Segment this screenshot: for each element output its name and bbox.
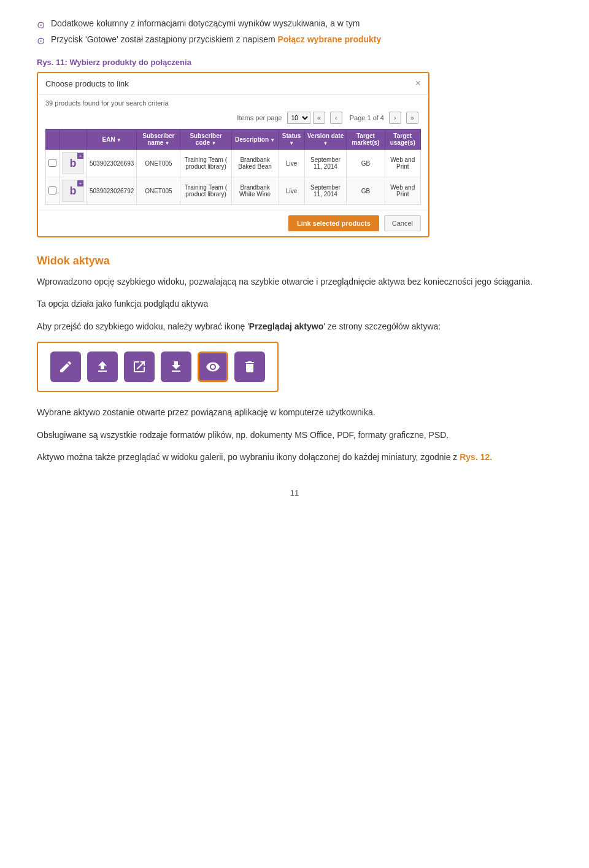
col-header-target-market: Target market(s) <box>347 129 385 150</box>
delete-icon-button[interactable] <box>234 351 265 382</box>
row-version-date: September 11, 2014 <box>304 177 347 205</box>
modal-dialog: Choose products to link × 39 products fo… <box>37 72 429 237</box>
section-para4: Wybrane aktywo zostanie otwarte przez po… <box>37 405 552 419</box>
link-selected-products-button[interactable]: Link selected products <box>288 215 379 231</box>
cancel-button[interactable]: Cancel <box>384 215 421 231</box>
section-para3: Aby przejść do szybkiego widoku, należy … <box>37 320 552 333</box>
bullet-text-2: Przycisk 'Gotowe' został zastąpiony przy… <box>51 34 381 44</box>
col-header-version-date[interactable]: Version date <box>304 129 347 150</box>
col-header-subscriber-name[interactable]: Subscriber name <box>137 129 180 150</box>
row-description: Brandbank White Wine <box>231 177 279 205</box>
figure-ref: Rys. 12. <box>460 452 492 462</box>
modal-close-button[interactable]: × <box>415 78 421 89</box>
col-header-status[interactable]: Status <box>279 129 304 150</box>
row-status: Live <box>279 150 304 177</box>
col-header-subscriber-code[interactable]: Subscriber code <box>180 129 231 150</box>
section-para6: Aktywo można także przeglądać w widoku g… <box>37 450 552 464</box>
products-table: EAN Subscriber name Subscriber code Desc… <box>45 129 421 205</box>
icon-toolbar <box>37 342 279 392</box>
section-title: Widok aktywa <box>37 255 552 267</box>
modal-body: 39 products found for your search criter… <box>38 94 428 210</box>
table-row: + b 5039023026693 ONET005 Training Team … <box>46 150 421 177</box>
col-header-target-usage: Target usage(s) <box>385 129 420 150</box>
bullet-item-2: ⊙ Przycisk 'Gotowe' został zastąpiony pr… <box>37 34 552 47</box>
download-icon-button[interactable] <box>161 351 191 382</box>
pagination-last[interactable]: » <box>406 112 418 124</box>
col-header-img <box>60 129 87 150</box>
col-header-check <box>46 129 60 150</box>
row-ean: 5039023026693 <box>87 150 137 177</box>
row-status: Live <box>279 177 304 205</box>
row-image: + b <box>60 150 87 177</box>
modal-info-text: 39 products found for your search criter… <box>45 99 421 107</box>
image-plus-icon: + <box>77 153 83 159</box>
upload-icon-button[interactable] <box>87 351 118 382</box>
figure-label: Rys. 11: Wybierz produkty do połączenia <box>37 58 552 67</box>
pagination-prev[interactable]: ‹ <box>330 112 342 124</box>
export-icon-button[interactable] <box>124 351 155 382</box>
page-number: 11 <box>37 488 552 497</box>
product-letter: b <box>70 185 77 198</box>
row-target-usage: Web and Print <box>385 150 420 177</box>
image-plus-icon: + <box>77 180 83 186</box>
edit-icon-button[interactable] <box>50 351 81 382</box>
modal-pagination: Items per page 10 20 50 « ‹ Page 1 of 4 … <box>45 112 421 124</box>
row-checkbox[interactable] <box>46 177 60 205</box>
bullet-item-1: ⊙ Dodatkowe kolumny z informacjami dotyc… <box>37 18 552 31</box>
row-subscriber-name: ONET005 <box>137 177 180 205</box>
row-target-market: GB <box>347 177 385 205</box>
modal-title: Choose products to link <box>45 79 129 88</box>
col-header-ean[interactable]: EAN <box>87 129 137 150</box>
row-subscriber-code: Training Team ( product library) <box>180 150 231 177</box>
preview-icon-button[interactable] <box>198 351 228 382</box>
pagination-page-text: Page 1 of 4 <box>350 114 384 121</box>
items-per-page-select[interactable]: 10 20 50 <box>287 112 310 124</box>
bullet-list: ⊙ Dodatkowe kolumny z informacjami dotyc… <box>37 18 552 47</box>
product-letter: b <box>70 157 77 170</box>
row-target-market: GB <box>347 150 385 177</box>
row-description: Brandbank Baked Bean <box>231 150 279 177</box>
modal-titlebar: Choose products to link × <box>38 73 428 94</box>
bullet-text-1: Dodatkowe kolumny z informacjami dotyczą… <box>51 18 360 28</box>
col-header-description[interactable]: Description <box>231 129 279 150</box>
table-row: + b 5039023026792 ONET005 Training Team … <box>46 177 421 205</box>
row-target-usage: Web and Print <box>385 177 420 205</box>
row-image: + b <box>60 177 87 205</box>
section-para2: Ta opcja działa jako funkcja podglądu ak… <box>37 297 552 310</box>
bullet-icon-2: ⊙ <box>37 35 45 47</box>
row-subscriber-code: Training Team ( product library) <box>180 177 231 205</box>
row-version-date: September 11, 2014 <box>304 150 347 177</box>
pagination-next[interactable]: › <box>389 112 401 124</box>
section-para5: Obsługiwane są wszystkie rodzaje formató… <box>37 428 552 442</box>
section-para1: Wprowadzono opcję szybkiego widoku, pozw… <box>37 275 552 288</box>
row-ean: 5039023026792 <box>87 177 137 205</box>
modal-footer: Link selected products Cancel <box>38 210 428 236</box>
pagination-first[interactable]: « <box>313 112 325 124</box>
row-subscriber-name: ONET005 <box>137 150 180 177</box>
row-checkbox[interactable] <box>46 150 60 177</box>
pagination-label: Items per page <box>237 114 282 121</box>
bullet-icon-1: ⊙ <box>37 19 45 31</box>
